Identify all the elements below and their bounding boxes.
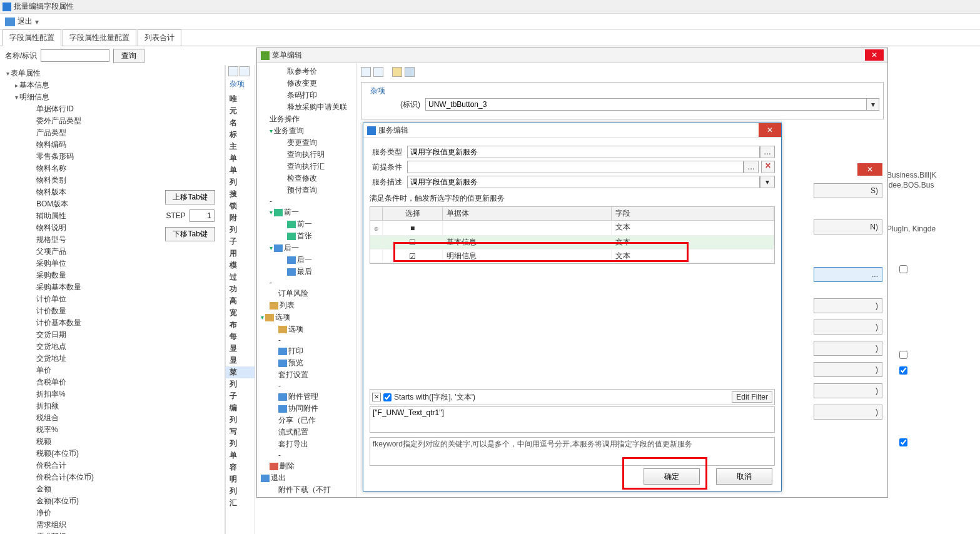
property-row[interactable]: 容	[226, 461, 255, 473]
menu-item[interactable]: 流式配置	[257, 426, 356, 438]
property-row[interactable]: 过	[226, 271, 255, 283]
stack-btn[interactable]: )	[814, 298, 882, 313]
tree-field-item[interactable]: 折扣率%	[3, 388, 153, 400]
tree-field-item[interactable]: 含税单价	[3, 376, 153, 388]
tree-field-item[interactable]: 净价	[3, 507, 153, 519]
property-row[interactable]: 模	[226, 259, 255, 271]
exit-button[interactable]: 退出	[18, 16, 33, 27]
precondition-input[interactable]	[407, 161, 744, 173]
property-row[interactable]: 单	[226, 164, 255, 176]
tree-root[interactable]: 表单属性	[3, 68, 153, 79]
move-down-tab-button[interactable]: 下移Tab键	[165, 227, 215, 241]
menu-item[interactable]: 在线预览（不打	[257, 496, 356, 497]
tree-basic-info[interactable]: 基本信息	[3, 79, 153, 91]
menu-item[interactable]: 查询执行汇	[257, 161, 356, 173]
menu-item[interactable]: 检查修改	[257, 173, 356, 184]
stack-btn-s[interactable]: S)	[814, 183, 882, 198]
menu-group[interactable]: 选项	[257, 311, 356, 323]
tree-field-item[interactable]: 计价单位	[3, 293, 153, 305]
property-row[interactable]: 列	[226, 176, 255, 188]
stack-btn[interactable]: )	[814, 362, 882, 377]
tree-field-item[interactable]: 价税合计	[3, 460, 153, 471]
grid-hdr-entity[interactable]: 单据体	[443, 207, 612, 220]
tree-field-item[interactable]: 辅助属性	[3, 210, 153, 222]
tree-field-item[interactable]: 计价基本数量	[3, 317, 153, 329]
property-row[interactable]: 用	[226, 248, 255, 259]
grid-row-checkbox[interactable]: ☑	[383, 249, 443, 263]
service-type-input[interactable]	[407, 146, 760, 158]
stack-btn-dots[interactable]: ...	[814, 267, 882, 282]
tree-field-item[interactable]: 计价数量	[3, 305, 153, 317]
menu-item[interactable]: 查询执行明	[257, 149, 356, 161]
property-row[interactable]: 功	[226, 283, 255, 295]
service-type-browse-button[interactable]: …	[760, 146, 775, 158]
check-1[interactable]	[899, 265, 907, 273]
grid-row-checkbox[interactable]: ☐	[383, 236, 443, 249]
service-desc-dropdown-button[interactable]: ▾	[760, 176, 775, 188]
tree-field-item[interactable]: 价税合计(本位币)	[3, 471, 153, 483]
keyword-textarea[interactable]	[370, 406, 775, 433]
tree-field-item[interactable]: 采购基本数量	[3, 281, 153, 293]
stack-btn-n[interactable]: N)	[814, 219, 882, 234]
filter-enable-checkbox[interactable]	[383, 393, 391, 401]
menu-item[interactable]: 分享（已作	[257, 415, 356, 426]
tab-field-batch-config[interactable]: 字段属性批量配置	[63, 29, 136, 46]
menu-tree[interactable]: 取参考价 修改变更 条码打印 释放采购申请关联 业务操作 业务查询 变更查询 查…	[257, 63, 357, 497]
tree-field-item[interactable]: 采购数量	[3, 270, 153, 281]
menu-item[interactable]: 选项	[257, 323, 356, 335]
tree-field-item[interactable]: 物料类别	[3, 174, 153, 186]
menu-item[interactable]: 条码打印	[257, 89, 356, 101]
secondary-close-button[interactable]: ✕	[857, 163, 882, 176]
grid-cell[interactable]: 基本信息	[443, 236, 612, 249]
precondition-clear-button[interactable]: ✕	[761, 161, 775, 173]
property-row[interactable]: 宽	[226, 307, 255, 319]
sort-icon[interactable]	[228, 66, 238, 76]
ok-button[interactable]: 确定	[644, 468, 700, 485]
property-row[interactable]: 子	[226, 390, 255, 402]
sort-asc-icon[interactable]	[361, 67, 371, 77]
property-row[interactable]: 列	[226, 485, 255, 497]
tree-field-item[interactable]: 产品类型	[3, 127, 153, 139]
menu-item[interactable]: 变更查询	[257, 137, 356, 149]
form-property-tree[interactable]: 表单属性 基本信息 明细信息 单据体行ID委外产品类型产品类型物料编码零售条形码…	[0, 65, 156, 534]
grid-hdr-select[interactable]: 选择	[383, 207, 443, 220]
menu-item[interactable]: 订单风险	[257, 288, 356, 300]
menu-item[interactable]: 退出	[257, 472, 356, 484]
stack-btn[interactable]: )	[814, 405, 882, 420]
tree-field-item[interactable]: 零售条形码	[3, 151, 153, 163]
grid-cell[interactable]: 文本	[612, 221, 774, 235]
property-row[interactable]: 汇	[226, 497, 255, 509]
property-row[interactable]: 显	[226, 355, 255, 366]
menu-group[interactable]: 前一	[257, 206, 356, 218]
menu-item[interactable]: 后一	[257, 254, 356, 266]
grid-cell[interactable]: 明细信息	[443, 249, 612, 263]
tree-field-item[interactable]: 物料名称	[3, 163, 153, 174]
menu-item[interactable]: 套打设置	[257, 369, 356, 381]
grid-cell[interactable]: 文本	[612, 236, 774, 249]
tree-field-item[interactable]: 物料版本	[3, 186, 153, 198]
edit-filter-button[interactable]: Edit Filter	[732, 391, 772, 403]
grid-row-checkbox[interactable]: ■	[383, 221, 443, 235]
tree-field-item[interactable]: 税额(本位币)	[3, 448, 153, 460]
sort2-icon[interactable]	[240, 66, 250, 76]
tree-field-item[interactable]: 规格型号	[3, 234, 153, 246]
dropdown-icon[interactable]: ▾	[867, 98, 879, 111]
menu-item[interactable]: 预览	[257, 357, 356, 369]
property-row[interactable]: 列	[226, 224, 255, 236]
property-row[interactable]: 单	[226, 450, 255, 461]
tree-field-item[interactable]: 交货地址	[3, 353, 153, 365]
tab-field-config[interactable]: 字段属性配置	[3, 29, 61, 46]
property-row[interactable]: 布	[226, 319, 255, 331]
page-icon[interactable]	[405, 67, 415, 77]
tree-field-item[interactable]: 物料说明	[3, 222, 153, 234]
menu-item[interactable]: 删除	[257, 460, 356, 472]
tree-field-item[interactable]: BOM版本	[3, 198, 153, 210]
step-input[interactable]	[189, 209, 215, 222]
property-row[interactable]: 锁	[226, 200, 255, 212]
stack-btn[interactable]: )	[814, 320, 882, 335]
tree-field-item[interactable]: 交货地点	[3, 341, 153, 353]
menu-group[interactable]: 后一	[257, 242, 356, 254]
tab-list-total[interactable]: 列表合计	[138, 29, 181, 46]
tree-field-item[interactable]: 交货日期	[3, 329, 153, 341]
tree-field-item[interactable]: 税率%	[3, 424, 153, 436]
